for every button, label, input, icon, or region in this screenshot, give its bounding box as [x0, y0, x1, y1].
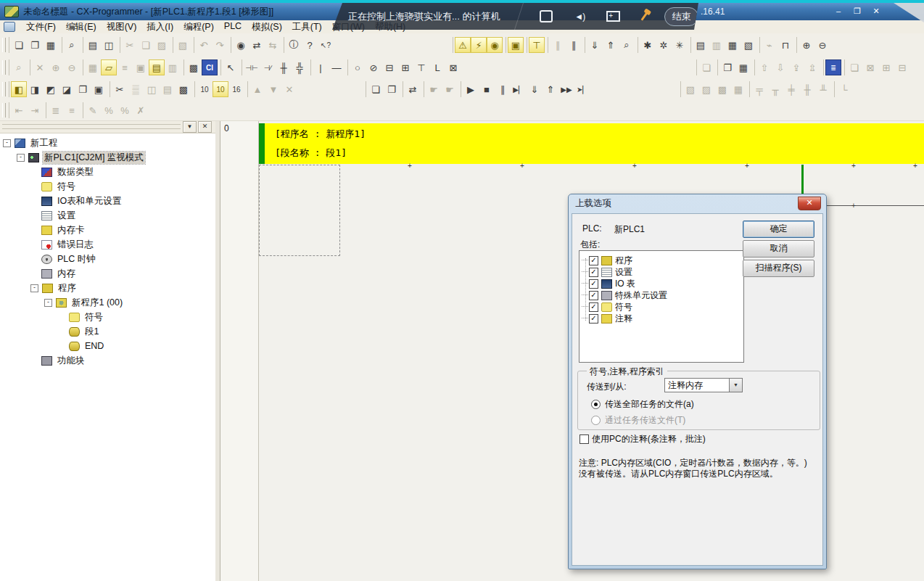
- contact-or-nc-icon[interactable]: ╬: [292, 59, 308, 75]
- delete-line-icon[interactable]: ⊠: [445, 59, 461, 75]
- include-item-comments[interactable]: ✓注释: [579, 313, 743, 324]
- compare-with-plc-icon[interactable]: ⌕: [619, 37, 635, 53]
- grid-view-icon[interactable]: ▒: [128, 81, 144, 97]
- open-file-icon[interactable]: ❐: [27, 37, 43, 53]
- coil-not-icon[interactable]: ⊘: [366, 59, 381, 75]
- undo-icon[interactable]: ↶: [196, 37, 212, 53]
- symbol-comment-icon[interactable]: ▱: [101, 59, 117, 75]
- transfer-from-plc-icon[interactable]: ⇑: [603, 37, 619, 53]
- branch-bottom-icon[interactable]: ╨: [815, 81, 831, 97]
- tree-item-programs[interactable]: -程序: [0, 281, 215, 295]
- select-tool-icon[interactable]: ↖: [223, 59, 239, 75]
- network-node-icon[interactable]: ▧: [682, 81, 698, 97]
- cut-icon[interactable]: ✂: [122, 37, 138, 53]
- monitor-decimal-icon[interactable]: 10: [197, 81, 213, 97]
- properties-icon[interactable]: ▣: [91, 81, 107, 97]
- fb-instruction-icon[interactable]: ⊞: [397, 59, 413, 75]
- menu-item[interactable]: 文件(F): [21, 21, 61, 33]
- save-icon[interactable]: ▦: [43, 37, 59, 53]
- sim-window-2-icon[interactable]: ❐: [384, 81, 400, 97]
- edit-force-3-icon[interactable]: %: [117, 102, 133, 118]
- pin-icon[interactable]: [641, 12, 648, 21]
- about-icon[interactable]: ⓘ: [286, 37, 302, 53]
- tree-item-plc-clock[interactable]: PLC 时钟: [0, 252, 215, 266]
- tree-item-memory-card[interactable]: 内存卡: [0, 223, 215, 237]
- include-item-special-unit-setup[interactable]: ✓特殊单元设置: [579, 289, 743, 301]
- step-out-icon[interactable]: ⇑: [543, 81, 558, 97]
- window-edit-icon[interactable]: ◨: [27, 81, 43, 97]
- block-program-icon[interactable]: ❏: [698, 59, 714, 75]
- compile-icon[interactable]: ✱: [640, 37, 656, 53]
- sim-stop-icon[interactable]: ■: [479, 81, 495, 97]
- run-mode-icon[interactable]: ⊤: [529, 37, 545, 53]
- monitor-box-icon[interactable]: ▣: [133, 59, 149, 75]
- use-pc-comment-checkbox[interactable]: 使用PC的注释(条注释，批注): [579, 433, 706, 445]
- watch-list-icon[interactable]: ≣: [825, 59, 841, 75]
- force-reset-icon[interactable]: ⇩: [772, 59, 788, 75]
- split-program-icon[interactable]: ✂: [112, 81, 128, 97]
- binary-view-icon[interactable]: ▩: [176, 81, 191, 97]
- expander-icon[interactable]: -: [30, 284, 38, 292]
- panel-splitter[interactable]: [215, 120, 220, 581]
- expander-icon[interactable]: -: [3, 139, 11, 147]
- force-on-icon[interactable]: ▲: [249, 81, 265, 97]
- indent-left-icon[interactable]: ⇤: [11, 102, 27, 118]
- copy-icon[interactable]: ❑: [138, 37, 154, 53]
- list-bottom-icon[interactable]: ≡: [64, 102, 80, 118]
- continuous-step-icon[interactable]: ▶▶: [558, 81, 574, 97]
- sim-transfer-icon[interactable]: ⇄: [405, 81, 421, 97]
- step-in-icon[interactable]: ⇓: [527, 81, 543, 97]
- child-window-icon[interactable]: [4, 22, 15, 32]
- window-pair-icon[interactable]: ◩: [43, 81, 59, 97]
- paste-icon[interactable]: ▨: [154, 37, 170, 53]
- mnemonic-view-icon[interactable]: ▩: [186, 59, 202, 75]
- time-chart-monitor-icon[interactable]: ⊓: [777, 37, 793, 53]
- panel-grip[interactable]: [2, 124, 181, 129]
- branch-cross-2-icon[interactable]: ╫: [799, 81, 815, 97]
- tree-item-memory[interactable]: 内存: [0, 266, 215, 281]
- edit-force-4-icon[interactable]: ✗: [133, 102, 149, 118]
- checkbox-icon[interactable]: ✓: [589, 314, 598, 324]
- instruction-icon[interactable]: ⊟: [381, 59, 397, 75]
- transfer-to-plc-icon[interactable]: ⇓: [587, 37, 603, 53]
- network-node-2-icon[interactable]: ▨: [698, 81, 714, 97]
- expander-icon[interactable]: -: [17, 154, 25, 162]
- include-list[interactable]: ✓程序✓设置✓IO 表✓特殊单元设置✓符号✓注释: [579, 250, 744, 363]
- watch-window-2-icon[interactable]: ▥: [709, 37, 725, 53]
- force-set-icon[interactable]: ⇧: [756, 59, 772, 75]
- tree-item-new-plc1[interactable]: -新PLC1[CJ2M] 监视模式: [0, 150, 215, 165]
- branch-mid-icon[interactable]: ╥: [767, 81, 783, 97]
- substitute-icon[interactable]: ⇆: [265, 37, 281, 53]
- menu-item[interactable]: 编辑(E): [61, 21, 102, 33]
- network-node-4-icon[interactable]: ▦: [730, 81, 746, 97]
- checkbox-icon[interactable]: ✓: [589, 302, 598, 312]
- zoom-tool-icon[interactable]: ⌕: [11, 59, 27, 75]
- monitor-pane-4-icon[interactable]: ⊟: [894, 59, 910, 75]
- menu-item[interactable]: 插入(I): [141, 21, 178, 33]
- branch-cross-icon[interactable]: ╪: [783, 81, 799, 97]
- tree-item-error-log[interactable]: 错误日志: [0, 237, 215, 252]
- force-cancel-icon[interactable]: ⇪: [788, 59, 804, 75]
- speaker-icon[interactable]: ◄): [574, 12, 585, 22]
- dialog-close-icon[interactable]: ✕: [798, 197, 821, 210]
- include-item-symbols[interactable]: ✓符号: [579, 301, 743, 313]
- window-new-icon[interactable]: ◧: [11, 81, 27, 97]
- panel-close-icon[interactable]: ✕: [198, 121, 212, 133]
- expander-icon[interactable]: -: [44, 299, 52, 307]
- vertical-down-icon[interactable]: L: [429, 59, 445, 75]
- checkbox-icon[interactable]: ✓: [589, 268, 598, 277]
- compile-all-icon[interactable]: ✲: [656, 37, 672, 53]
- horizontal-line-icon[interactable]: —: [329, 59, 345, 75]
- scan-run-icon[interactable]: ➤▏: [574, 81, 590, 97]
- checkbox-icon[interactable]: ✓: [589, 256, 598, 265]
- tree-item-new-program1[interactable]: -新程序1 (00): [0, 295, 215, 310]
- redo-icon[interactable]: ↷: [212, 37, 228, 53]
- pause-hand-icon[interactable]: ☛: [426, 81, 442, 97]
- tree-item-settings[interactable]: 设置: [0, 208, 215, 223]
- print-icon[interactable]: ▤: [85, 37, 101, 53]
- address-list-icon[interactable]: ≡: [117, 59, 133, 75]
- force-off-icon[interactable]: ▼: [265, 81, 281, 97]
- address-reference-icon[interactable]: ▧: [741, 37, 756, 53]
- edit-force-1-icon[interactable]: ✎: [85, 102, 101, 118]
- show-grid-icon[interactable]: ▦: [85, 59, 101, 75]
